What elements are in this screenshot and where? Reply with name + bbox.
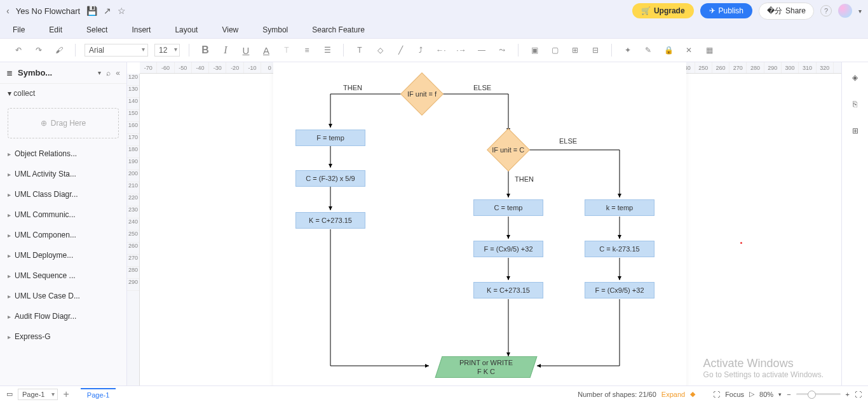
avatar-caret-icon[interactable]: ▾ (858, 8, 862, 15)
arrow-start-icon[interactable]: ←· (434, 43, 448, 57)
collapse-icon[interactable]: « (116, 69, 120, 77)
font-select[interactable]: Arial (85, 44, 148, 57)
decision-unit-f[interactable]: IF unit = f (400, 72, 444, 116)
edit-icon[interactable]: ✎ (641, 43, 655, 57)
ruler-vertical: 1201301401501601701801902002102202302402… (127, 74, 140, 385)
cat-0[interactable]: Object Relations... (0, 144, 126, 164)
table-icon[interactable]: ▦ (702, 43, 716, 57)
line-icon[interactable]: ╱ (393, 43, 407, 57)
zoom-in-icon[interactable]: + (846, 391, 850, 398)
document-title: Yes No Flowchart (16, 6, 80, 16)
back-icon2[interactable]: ▢ (548, 43, 562, 57)
page-tab[interactable]: Page-1 (81, 388, 116, 401)
publish-button[interactable]: ✈ Publish (700, 3, 752, 18)
ai-icon[interactable]: ✦ (621, 43, 635, 57)
ungroup-icon[interactable]: ⊟ (588, 43, 602, 57)
shape-style-icon[interactable]: ◈ (849, 71, 862, 84)
menu-select[interactable]: Select (86, 25, 107, 34)
grid-icon[interactable]: ⊞ (849, 124, 862, 137)
diagram: IF unit = f THEN ELSE F = temp C = (F-32… (140, 74, 841, 385)
play-icon[interactable]: ▷ (749, 390, 754, 398)
italic-icon[interactable]: I (219, 43, 233, 57)
tools-icon[interactable]: ✕ (682, 43, 696, 57)
align-left-icon[interactable]: ≡ (300, 43, 314, 57)
expand-link[interactable]: Expand (661, 391, 685, 398)
line-jump-icon[interactable]: ⤳ (495, 43, 509, 57)
brush-icon[interactable]: 🖌 (52, 43, 66, 57)
zoom-caret-icon[interactable]: ▾ (778, 391, 782, 398)
focus-frame-icon[interactable]: ⛶ (713, 391, 720, 398)
line-style-icon[interactable]: — (475, 43, 489, 57)
menu-view[interactable]: View (222, 25, 238, 34)
node-k-conv[interactable]: K = C+273.15 (295, 212, 365, 229)
save-icon[interactable]: 💾 (86, 6, 97, 16)
redo-icon[interactable]: ↷ (32, 43, 46, 57)
fontcolor-icon[interactable]: A (259, 43, 273, 57)
share-button[interactable]: �分 Share (759, 3, 814, 20)
page-select[interactable]: Page-1 (18, 389, 58, 400)
group-icon[interactable]: ⊞ (568, 43, 582, 57)
lock-icon[interactable]: 🔒 (661, 43, 675, 57)
node-f-conv[interactable]: F = (Cx9/5) +32 (473, 241, 543, 257)
node-f-conv2[interactable]: F = (Cx9/5) +32 (585, 282, 654, 298)
cat-7[interactable]: UML Use Case D... (0, 286, 126, 306)
node-k-temp[interactable]: k = temp (585, 199, 654, 216)
library-icon: ≣ (6, 69, 13, 77)
node-f-temp[interactable]: F = temp (295, 130, 365, 146)
cat-8[interactable]: Audit Flow Diagr... (0, 306, 126, 326)
node-k-conv2[interactable]: K = C+273.15 (473, 282, 543, 298)
publish-label: Publish (719, 6, 743, 15)
menu-edit[interactable]: Edit (49, 25, 62, 34)
front-icon[interactable]: ▣ (527, 43, 541, 57)
fill-icon[interactable]: ◇ (373, 43, 387, 57)
upgrade-button[interactable]: 🛒 Upgrade (632, 3, 694, 18)
menu-search-feature[interactable]: Search Feature (312, 25, 365, 34)
cursor-dot (740, 242, 742, 244)
align-center-icon[interactable]: ☰ (320, 43, 334, 57)
menu-symbol[interactable]: Symbol (262, 25, 288, 34)
node-print[interactable]: PRINT or WRITEF K C (435, 356, 537, 378)
star-icon[interactable]: ☆ (118, 6, 126, 16)
cat-3[interactable]: UML Communic... (0, 204, 126, 225)
pages-icon[interactable]: ▭ (6, 390, 13, 398)
export-icon[interactable]: ↗ (104, 6, 111, 16)
canvas[interactable]: -70-60-50-40-30-20-100102030405060708090… (127, 62, 841, 385)
zoom-slider[interactable] (796, 393, 841, 395)
cat-5[interactable]: UML Deployme... (0, 245, 126, 265)
search-icon[interactable]: ⌕ (106, 69, 111, 77)
bold-icon[interactable]: B (198, 43, 212, 57)
zoom-out-icon[interactable]: − (787, 391, 790, 398)
sidebar-caret-icon[interactable]: ▾ (98, 69, 101, 76)
avatar[interactable] (838, 4, 852, 18)
cat-2[interactable]: UML Class Diagr... (0, 184, 126, 204)
cat-6[interactable]: UML Sequence ... (0, 265, 126, 286)
focus-label[interactable]: Focus (725, 391, 744, 398)
else-label-2: ELSE (559, 137, 577, 145)
connector-icon[interactable]: ⤴ (414, 43, 428, 57)
underline-icon[interactable]: U (239, 43, 253, 57)
text-height-icon[interactable]: T (280, 43, 294, 57)
cat-4[interactable]: UML Componen... (0, 225, 126, 245)
zoom-value[interactable]: 80% (759, 391, 773, 398)
fontsize-select[interactable]: 12 (154, 44, 180, 57)
node-c-conv[interactable]: C = (F-32) x 5/9 (295, 170, 365, 187)
menu-file[interactable]: File (13, 25, 25, 34)
undo-icon[interactable]: ↶ (11, 43, 25, 57)
d2-label: IF unit = C (492, 146, 524, 154)
drag-zone[interactable]: ⊕ Drag Here (8, 108, 119, 138)
add-page-icon[interactable]: + (63, 389, 69, 400)
import-icon[interactable]: ⎘ (849, 98, 862, 111)
node-c-conv2[interactable]: C = k-273.15 (585, 241, 654, 257)
arrow-end-icon[interactable]: ·→ (454, 43, 468, 57)
collect-section[interactable]: ▾ collect (0, 84, 126, 103)
decision-unit-c[interactable]: IF unit = C (487, 128, 530, 171)
help-icon[interactable]: ? (820, 5, 832, 17)
cat-9[interactable]: Express-G (0, 326, 126, 347)
back-icon[interactable]: ‹ (6, 6, 10, 16)
cat-1[interactable]: UML Activity Sta... (0, 164, 126, 184)
fullscreen-icon[interactable]: ⛶ (855, 391, 862, 398)
menu-insert[interactable]: Insert (132, 25, 151, 34)
node-c-temp[interactable]: C = temp (473, 199, 543, 216)
menu-layout[interactable]: Layout (175, 25, 198, 34)
text-tool-icon[interactable]: T (353, 43, 367, 57)
